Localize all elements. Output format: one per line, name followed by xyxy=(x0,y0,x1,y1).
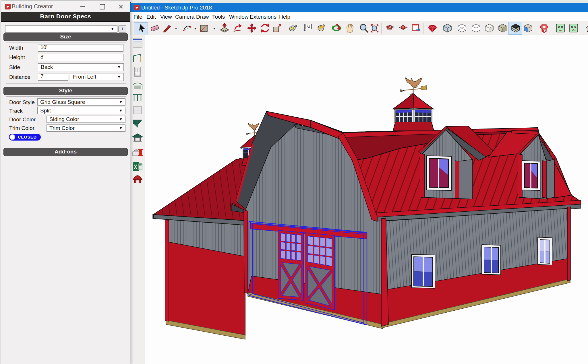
svg-text:A1: A1 xyxy=(307,25,310,28)
